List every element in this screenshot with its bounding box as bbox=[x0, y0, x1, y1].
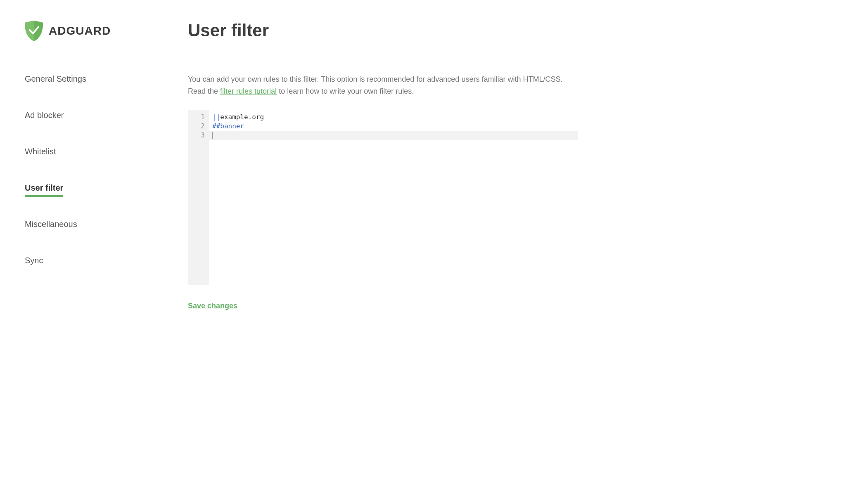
editor-line-number: 1 bbox=[194, 113, 205, 122]
sidebar-item-user-filter[interactable]: User filter bbox=[25, 179, 63, 197]
code-token: example.org bbox=[220, 113, 264, 121]
description-text-post: to learn how to write your own filter ru… bbox=[277, 87, 414, 95]
filter-rules-editor[interactable]: 123 ||example.org##banner bbox=[188, 110, 578, 285]
brand-name: ADGUARD bbox=[49, 24, 111, 38]
code-token: || bbox=[212, 113, 220, 121]
filter-rules-tutorial-link[interactable]: filter rules tutorial bbox=[220, 87, 277, 95]
editor-line[interactable]: ##banner bbox=[209, 122, 578, 131]
page-title: User filter bbox=[188, 21, 578, 40]
sidebar: ADGUARD General Settings Ad blocker Whit… bbox=[25, 21, 165, 310]
editor-gutter: 123 bbox=[188, 110, 209, 285]
editor-line-number: 3 bbox=[194, 131, 205, 140]
main-content: User filter You can add your own rules t… bbox=[165, 21, 578, 310]
shield-check-icon bbox=[25, 21, 43, 41]
brand-logo: ADGUARD bbox=[25, 21, 165, 41]
save-changes-button[interactable]: Save changes bbox=[188, 302, 237, 310]
editor-code-area[interactable]: ||example.org##banner bbox=[209, 110, 578, 285]
sidebar-item-whitelist[interactable]: Whitelist bbox=[25, 143, 56, 161]
editor-line[interactable] bbox=[209, 131, 578, 140]
sidebar-item-general-settings[interactable]: General Settings bbox=[25, 70, 86, 88]
sidebar-item-sync[interactable]: Sync bbox=[25, 252, 43, 269]
editor-line[interactable]: ||example.org bbox=[209, 113, 578, 122]
sidebar-item-miscellaneous[interactable]: Miscellaneous bbox=[25, 215, 77, 233]
sidebar-nav: General Settings Ad blocker Whitelist Us… bbox=[25, 70, 165, 288]
text-cursor bbox=[212, 132, 213, 139]
sidebar-item-ad-blocker[interactable]: Ad blocker bbox=[25, 106, 64, 124]
code-token: ##banner bbox=[212, 122, 244, 130]
editor-line-number: 2 bbox=[194, 122, 205, 131]
page-description: You can add your own rules to this filte… bbox=[188, 73, 578, 97]
